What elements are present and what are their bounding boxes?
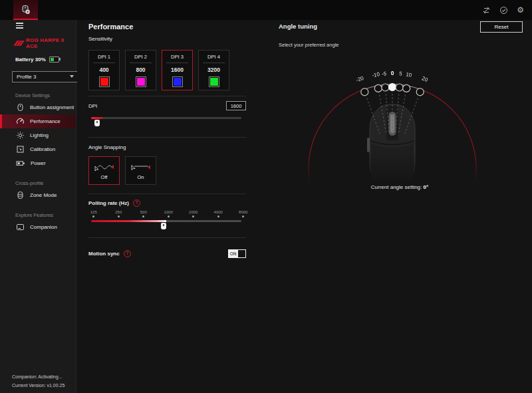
dpi-stage-3-card[interactable]: DPI 3 1600 bbox=[162, 50, 193, 90]
polling-tick-dot[interactable] bbox=[192, 215, 194, 217]
sidebar-item-calibration[interactable]: Calibration bbox=[0, 142, 76, 156]
companion-icon bbox=[16, 223, 25, 231]
motion-sync-state: ON bbox=[229, 250, 237, 257]
angle-option--5[interactable] bbox=[382, 84, 389, 91]
divider bbox=[93, 63, 115, 63]
polling-tick-dot[interactable] bbox=[217, 215, 219, 217]
divider bbox=[88, 237, 246, 238]
angle-option--20[interactable] bbox=[361, 88, 368, 96]
dpi-stage-value: 800 bbox=[136, 66, 145, 73]
dpi-slider-label: DPI bbox=[88, 103, 97, 109]
divider bbox=[88, 194, 246, 194]
angle-tuning-title: Angle tuning bbox=[279, 23, 317, 30]
hamburger-menu-icon[interactable] bbox=[16, 23, 23, 29]
angle-label: -5 bbox=[382, 70, 387, 77]
sidebar-item-performance[interactable]: Performance bbox=[0, 114, 76, 128]
topbar-actions: ⚙ bbox=[482, 0, 524, 20]
angle-snapping-off-card[interactable]: Off bbox=[88, 156, 120, 185]
battery-power-icon bbox=[16, 159, 25, 168]
motion-sync-label: Motion sync bbox=[88, 251, 120, 257]
polling-tick-dot[interactable] bbox=[142, 215, 144, 217]
polling-tick-label[interactable]: 8000 bbox=[231, 210, 256, 214]
sidebar-item-button-assignment[interactable]: Button assignment bbox=[0, 100, 76, 114]
dpi-stage-1-card[interactable]: DPI 1 400 bbox=[88, 50, 120, 90]
main-content: Performance Reset Sensitivity DPI 1 400 … bbox=[77, 20, 532, 393]
update-check-icon[interactable] bbox=[499, 6, 508, 15]
angle-snapping-label: Angle Snapping bbox=[88, 144, 246, 150]
app-window: ⚙ ROG HARPE II ACE Battery 30% Profile 3… bbox=[0, 0, 532, 393]
current-angle-label: Current angle setting: bbox=[371, 184, 422, 190]
angle-option-5[interactable] bbox=[396, 84, 403, 91]
current-version: Current Version: v1.00.25 bbox=[12, 381, 65, 390]
sidebar-item-label: Companion bbox=[30, 224, 57, 230]
polling-tick-dot[interactable] bbox=[92, 215, 94, 217]
dpi-stage-cards: DPI 1 400 DPI 2 800 DPI 3 1600 bbox=[88, 50, 246, 90]
polling-tick-label[interactable]: 500 bbox=[131, 210, 156, 214]
section-label-device-settings: Device Settings bbox=[15, 92, 76, 98]
settings-gear-icon[interactable]: ⚙ bbox=[517, 6, 524, 14]
sidebar-item-label: Lighting bbox=[30, 132, 49, 138]
polling-rate-ticks: 125 250 500 1000 2000 4000 8000 bbox=[81, 210, 256, 214]
dpi-value-box[interactable]: 1600 bbox=[226, 101, 246, 110]
polling-tick-dot[interactable] bbox=[168, 215, 170, 217]
polling-tick-label[interactable]: 250 bbox=[106, 210, 132, 214]
topbar: ⚙ bbox=[0, 0, 532, 20]
device-tab[interactable] bbox=[13, 0, 38, 20]
polling-tick-dot[interactable] bbox=[118, 215, 120, 217]
angle-snapping-off-icon bbox=[92, 162, 116, 172]
motion-sync-help-icon[interactable]: ? bbox=[124, 250, 131, 257]
sidebar-item-label: Button assignment bbox=[30, 104, 74, 110]
polling-tick-label[interactable]: 1000 bbox=[156, 210, 182, 214]
dpi-color-swatch[interactable] bbox=[99, 76, 110, 87]
polling-tick-dot[interactable] bbox=[242, 215, 244, 217]
angle-snapping-off-label: Off bbox=[101, 174, 108, 180]
angle-label-selected: 0 bbox=[391, 70, 394, 76]
angle-option-10[interactable] bbox=[403, 84, 410, 92]
angle-option-0-selected[interactable] bbox=[389, 84, 396, 91]
sidebar-item-companion[interactable]: Companion bbox=[0, 220, 76, 234]
sidebar-item-zone-mode[interactable]: Zone Mode bbox=[0, 188, 76, 202]
sidebar-item-label: Power bbox=[31, 160, 46, 166]
divider bbox=[130, 63, 152, 63]
dpi-stage-label: DPI 1 bbox=[98, 54, 110, 60]
angle-option-20[interactable] bbox=[416, 88, 424, 96]
polling-rate-slider-handle[interactable] bbox=[161, 223, 166, 229]
angle-option--10[interactable] bbox=[374, 84, 382, 92]
dpi-stage-2-card[interactable]: DPI 2 800 bbox=[125, 50, 156, 90]
calibration-icon bbox=[16, 145, 25, 154]
polling-tick-label[interactable]: 2000 bbox=[181, 210, 206, 214]
zone-mode-icon bbox=[16, 191, 25, 199]
current-angle-value: 0° bbox=[424, 184, 429, 190]
dpi-color-swatch[interactable] bbox=[136, 76, 146, 87]
divider bbox=[88, 96, 246, 96]
angle-label: -10 bbox=[372, 71, 380, 78]
dpi-color-swatch[interactable] bbox=[172, 76, 183, 87]
sidebar-item-label: Zone Mode bbox=[30, 192, 57, 198]
polling-rate-help-icon[interactable]: ? bbox=[133, 199, 140, 207]
sensitivity-label: Sensitivity bbox=[88, 36, 246, 42]
dpi-stage-value: 3200 bbox=[207, 66, 220, 73]
polling-tick-label[interactable]: 4000 bbox=[206, 210, 231, 214]
section-label-explore-features: Explore Features bbox=[15, 212, 76, 218]
profile-select[interactable]: Profile 3 bbox=[12, 71, 78, 82]
dpi-color-swatch[interactable] bbox=[209, 76, 219, 87]
reset-button[interactable]: Reset bbox=[480, 21, 523, 33]
sidebar-item-power[interactable]: Power bbox=[0, 156, 76, 170]
angle-snapping-options: Off On bbox=[88, 156, 246, 185]
lighting-icon bbox=[16, 131, 25, 140]
motion-sync-toggle[interactable]: ON bbox=[228, 249, 246, 258]
mouse-device-icon bbox=[21, 5, 31, 15]
sidebar-item-lighting[interactable]: Lighting bbox=[0, 128, 76, 142]
angle-snapping-on-card[interactable]: On bbox=[125, 156, 156, 185]
resize-icon[interactable] bbox=[482, 6, 491, 15]
sidebar-footer: Companion: Activating... Current Version… bbox=[12, 372, 65, 390]
battery-label: Battery 30% bbox=[15, 57, 46, 63]
polling-rate-slider-track[interactable] bbox=[91, 220, 241, 222]
angle-snapping-on-label: On bbox=[137, 174, 144, 180]
polling-tick-label[interactable]: 125 bbox=[81, 210, 106, 214]
device-name: ROG HARPE II ACE bbox=[26, 37, 76, 49]
dpi-stage-4-card[interactable]: DPI 4 3200 bbox=[198, 50, 229, 90]
dpi-slider-track[interactable] bbox=[91, 117, 241, 119]
dpi-slider[interactable] bbox=[88, 117, 246, 126]
dpi-slider-handle[interactable] bbox=[94, 120, 100, 126]
